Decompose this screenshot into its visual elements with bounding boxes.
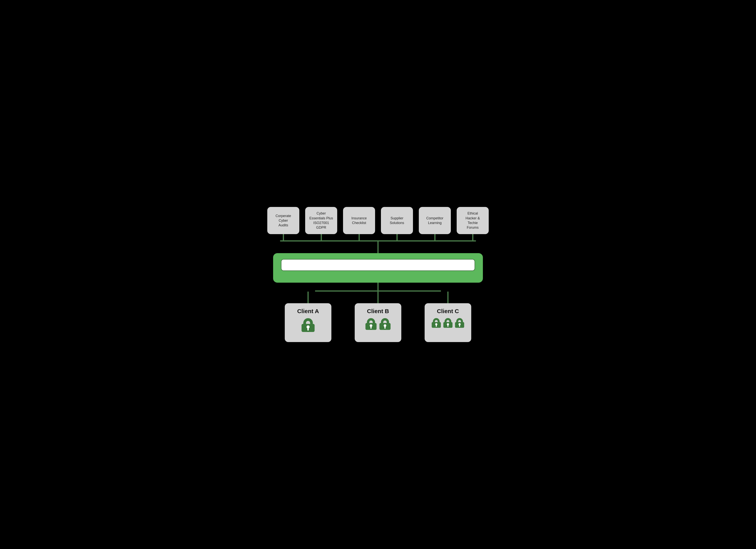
lock-icon-client-c-2 — [454, 318, 465, 331]
client-label-client-a: Client A — [297, 308, 319, 314]
stub-down-insurance-checklist — [359, 234, 360, 240]
svg-rect-8 — [384, 326, 386, 329]
lock-icon-client-c-0 — [431, 318, 442, 331]
bottom-horizontal-bar — [315, 290, 441, 291]
stub-up-client-c — [447, 291, 449, 303]
main-title-box — [281, 259, 475, 271]
client-label-client-c: Client C — [437, 308, 459, 314]
top-node-cyber-essentials: Cyber Essentials Plus ISO27001 GDPR — [305, 207, 337, 234]
locks-area-client-a — [300, 318, 316, 336]
top-node-insurance-checklist: Insurance Checklist — [343, 207, 375, 234]
client-col-client-b: Client B — [343, 291, 413, 342]
client-node-client-c: Client C — [425, 303, 471, 342]
svg-rect-2 — [307, 327, 309, 330]
client-col-client-c: Client C — [413, 291, 483, 342]
top-node-competitor-learning: Competitor Learning — [419, 207, 451, 234]
top-node-col-ethical-hacker: Ethical Hacker & Techie Forums — [457, 207, 489, 240]
locks-area-client-b — [364, 318, 392, 333]
client-label-client-b: Client B — [367, 308, 389, 314]
top-nodes-row: Corperate Cyber AuditsCyber Essentials P… — [261, 207, 495, 240]
top-node-col-competitor-learning: Competitor Learning — [419, 207, 451, 240]
main-green-box — [273, 253, 483, 282]
lock-icon-client-c-1 — [442, 318, 453, 331]
stub-down-supplier-solutions — [396, 234, 398, 240]
stub-down-corporate-cyber-audits — [283, 234, 284, 240]
top-node-corporate-cyber-audits: Corperate Cyber Audits — [267, 207, 299, 234]
diagram: Corperate Cyber AuditsCyber Essentials P… — [261, 207, 495, 342]
lock-svg-icon — [364, 318, 378, 332]
top-node-col-cyber-essentials: Cyber Essentials Plus ISO27001 GDPR — [305, 207, 337, 240]
main-bottom-stub — [377, 282, 379, 290]
svg-rect-11 — [436, 324, 437, 327]
lock-svg-icon — [431, 318, 442, 330]
top-node-supplier-solutions: Supplier Solutions — [381, 207, 413, 234]
svg-rect-5 — [370, 326, 372, 329]
stub-up-client-a — [307, 291, 309, 303]
top-node-col-supplier-solutions: Supplier Solutions — [381, 207, 413, 240]
stub-down-competitor-learning — [434, 234, 435, 240]
svg-rect-17 — [459, 324, 460, 327]
top-node-ethical-hacker: Ethical Hacker & Techie Forums — [457, 207, 489, 234]
client-node-client-a: Client A — [285, 303, 331, 342]
svg-rect-14 — [447, 324, 448, 327]
lock-svg-icon — [300, 318, 316, 335]
lock-icon-client-b-1 — [378, 318, 392, 333]
top-node-col-corporate-cyber-audits: Corperate Cyber Audits — [267, 207, 299, 240]
stub-down-ethical-hacker — [472, 234, 473, 240]
bottom-section: Client AClient BClient C — [273, 282, 483, 342]
lock-svg-icon — [378, 318, 392, 332]
lock-svg-icon — [442, 318, 453, 330]
lock-icon-client-a-0 — [300, 318, 316, 336]
locks-area-client-c — [431, 318, 465, 331]
clients-row: Client AClient BClient C — [273, 291, 483, 342]
lock-svg-icon — [454, 318, 465, 330]
center-vertical-connector — [377, 242, 379, 253]
client-node-client-b: Client B — [355, 303, 401, 342]
client-col-client-a: Client A — [273, 291, 343, 342]
stub-up-client-b — [377, 291, 379, 303]
top-horizontal-line — [261, 240, 495, 242]
stub-down-cyber-essentials — [321, 234, 322, 240]
top-row-wrapper: Corperate Cyber AuditsCyber Essentials P… — [261, 207, 495, 242]
bottom-h-bar-wrap — [273, 290, 483, 291]
top-node-col-insurance-checklist: Insurance Checklist — [343, 207, 375, 240]
lock-icon-client-b-0 — [364, 318, 378, 333]
